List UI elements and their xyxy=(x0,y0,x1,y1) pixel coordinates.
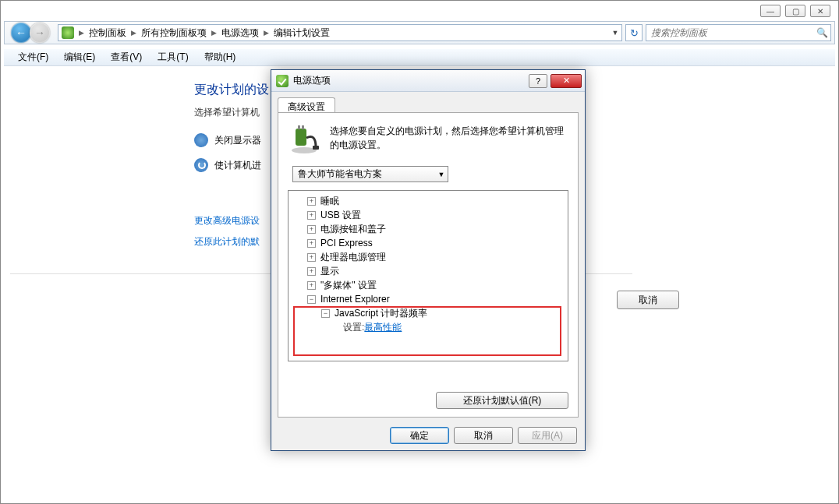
tree-node-internet-explorer[interactable]: −Internet Explorer xyxy=(290,292,566,306)
crumb-edit-plan[interactable]: 编辑计划设置 xyxy=(271,26,333,40)
sleep-icon xyxy=(194,158,208,172)
chevron-right-icon[interactable]: ▶ xyxy=(210,29,218,37)
tree-node-js-timer[interactable]: −JavaScript 计时器频率 xyxy=(290,306,566,320)
tree-node-pci-express[interactable]: +PCI Express xyxy=(290,236,566,250)
tree-label: 显示 xyxy=(319,265,339,278)
cancel-button[interactable]: 取消 xyxy=(454,427,513,444)
dialog-help-button[interactable]: ? xyxy=(529,74,547,88)
expand-icon[interactable]: + xyxy=(307,281,316,290)
display-off-label: 关闭显示器 xyxy=(214,134,261,147)
expand-icon[interactable]: + xyxy=(307,239,316,248)
chevron-right-icon[interactable]: ▶ xyxy=(262,29,271,37)
dialog-titlebar[interactable]: 电源选项 ? ✕ xyxy=(271,70,585,92)
chevron-right-icon[interactable]: ▶ xyxy=(77,29,86,37)
refresh-button[interactable]: ↻ xyxy=(625,24,643,41)
info-row: 选择您要自定义的电源计划，然后选择您希望计算机管理的电源设置。 xyxy=(288,122,568,155)
tree-node-buttons-lid[interactable]: +电源按钮和盖子 xyxy=(290,222,566,236)
maximize-button[interactable]: ▢ xyxy=(785,5,805,17)
expand-icon[interactable]: + xyxy=(307,197,316,206)
breadcrumb-icon xyxy=(62,26,74,39)
menu-file[interactable]: 文件(F) xyxy=(10,49,56,65)
dialog-close-button[interactable]: ✕ xyxy=(550,74,582,88)
explorer-window: — ▢ ✕ ← → ▶ 控制面板 ▶ 所有控制面板项 ▶ 电源选项 ▶ 编辑计划… xyxy=(0,0,839,504)
page-cancel-button[interactable]: 取消 xyxy=(617,291,679,309)
power-plan-select[interactable]: 鲁大师节能省电方案 ▼ xyxy=(292,166,448,182)
tree-label: "多媒体" 设置 xyxy=(319,279,377,292)
tree-node-processor[interactable]: +处理器电源管理 xyxy=(290,250,566,264)
setting-label: 设置: xyxy=(343,321,364,334)
nav-bar: ← → ▶ 控制面板 ▶ 所有控制面板项 ▶ 电源选项 ▶ 编辑计划设置 ▼ ↻… xyxy=(4,21,835,44)
crumb-power-options[interactable]: 电源选项 xyxy=(218,26,262,40)
display-icon xyxy=(194,133,208,147)
svg-rect-3 xyxy=(302,125,304,129)
setting-value[interactable]: 最高性能 xyxy=(364,321,402,334)
info-text: 选择您要自定义的电源计划，然后选择您希望计算机管理的电源设置。 xyxy=(330,122,568,155)
address-bar[interactable]: ▶ 控制面板 ▶ 所有控制面板项 ▶ 电源选项 ▶ 编辑计划设置 ▼ xyxy=(58,24,622,41)
expand-icon[interactable]: + xyxy=(307,225,316,234)
tab-pane: 选择您要自定义的电源计划，然后选择您希望计算机管理的电源设置。 鲁大师节能省电方… xyxy=(278,112,579,418)
minimize-button[interactable]: — xyxy=(760,5,781,17)
power-options-dialog: 电源选项 ? ✕ 高级设置 选择您要自定义的电源计划，然后选择您希望计算机管理的… xyxy=(271,69,586,451)
tree-label: 电源按钮和盖子 xyxy=(319,223,386,236)
power-icon xyxy=(276,75,289,87)
tree-node-multimedia[interactable]: +"多媒体" 设置 xyxy=(290,278,566,292)
settings-tree[interactable]: +睡眠 +USB 设置 +电源按钮和盖子 +PCI Express +处理器电源… xyxy=(288,190,568,361)
power-plan-selected: 鲁大师节能省电方案 xyxy=(298,167,382,181)
sleep-label: 使计算机进 xyxy=(214,159,261,172)
expand-icon[interactable]: + xyxy=(307,267,316,276)
tree-label: PCI Express xyxy=(319,238,373,248)
restore-plan-defaults-button[interactable]: 还原计划默认值(R) xyxy=(436,392,568,409)
back-button[interactable]: ← xyxy=(11,23,31,43)
chevron-right-icon[interactable]: ▶ xyxy=(129,29,138,37)
svg-rect-4 xyxy=(313,146,319,150)
dropdown-icon: ▼ xyxy=(435,171,448,178)
close-button[interactable]: ✕ xyxy=(810,5,830,17)
tab-strip: 高级设置 xyxy=(271,92,585,112)
menu-help[interactable]: 帮助(H) xyxy=(196,49,244,65)
dialog-footer: 确定 取消 应用(A) xyxy=(271,421,585,450)
ok-button[interactable]: 确定 xyxy=(390,427,449,444)
tree-label: USB 设置 xyxy=(319,209,361,222)
search-icon[interactable]: 🔍 xyxy=(813,27,830,38)
tree-label: Internet Explorer xyxy=(319,294,390,305)
menu-view[interactable]: 查看(V) xyxy=(103,49,150,65)
menu-tools[interactable]: 工具(T) xyxy=(150,49,196,65)
expand-icon[interactable]: + xyxy=(307,253,316,262)
menu-edit[interactable]: 编辑(E) xyxy=(56,49,103,65)
search-box[interactable]: 🔍 xyxy=(646,24,831,41)
tree-node-display[interactable]: +显示 xyxy=(290,264,566,278)
tree-node-usb[interactable]: +USB 设置 xyxy=(290,208,566,222)
search-input[interactable] xyxy=(646,27,813,38)
svg-rect-2 xyxy=(298,125,300,129)
expand-icon[interactable]: + xyxy=(307,211,316,220)
forward-button[interactable]: → xyxy=(30,23,50,43)
collapse-icon[interactable]: − xyxy=(307,295,316,304)
tree-label: JavaScript 计时器频率 xyxy=(333,307,427,320)
tree-node-js-timer-setting[interactable]: 设置: 最高性能 xyxy=(290,320,566,334)
battery-plug-icon xyxy=(288,122,320,155)
nav-buttons: ← → xyxy=(5,21,55,44)
address-dropdown[interactable]: ▼ xyxy=(609,29,621,37)
apply-button[interactable]: 应用(A) xyxy=(518,427,577,444)
dialog-title: 电源选项 xyxy=(293,74,529,87)
svg-rect-1 xyxy=(296,129,306,146)
dialog-body: 高级设置 选择您要自定义的电源计划，然后选择您希望计算机管理的电源设置。 鲁大师… xyxy=(271,92,585,450)
tree-label: 处理器电源管理 xyxy=(319,251,386,264)
tree-label: 睡眠 xyxy=(319,195,339,208)
collapse-icon[interactable]: − xyxy=(321,309,330,318)
window-controls: — ▢ ✕ xyxy=(760,5,830,17)
tree-node-sleep[interactable]: +睡眠 xyxy=(290,194,566,208)
menu-bar: 文件(F) 编辑(E) 查看(V) 工具(T) 帮助(H) xyxy=(4,49,835,66)
crumb-control-panel[interactable]: 控制面板 xyxy=(86,26,129,40)
crumb-all-items[interactable]: 所有控制面板项 xyxy=(138,26,210,40)
